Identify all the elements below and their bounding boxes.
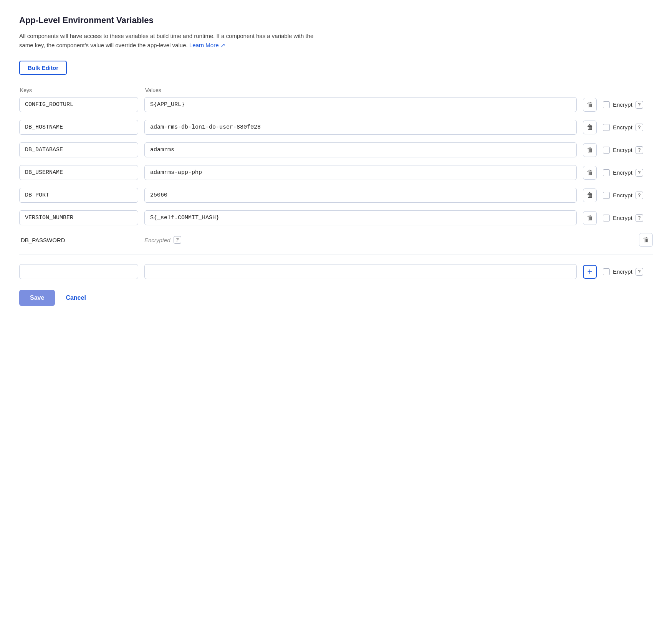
new-encrypt-wrap: Encrypt ? (603, 268, 653, 276)
encrypted-help-icon[interactable]: ? (174, 236, 181, 244)
footer-actions: Save Cancel (19, 290, 653, 306)
delete-button-1[interactable]: 🗑 (583, 98, 597, 112)
value-input-1[interactable] (144, 97, 577, 112)
encrypt-label-6: Encrypt (613, 215, 632, 221)
encrypt-help-icon-3[interactable]: ? (636, 146, 643, 154)
encrypted-key-label: DB_PASSWORD (19, 237, 138, 243)
delete-icon: 🗑 (643, 236, 649, 244)
encrypted-env-row: DB_PASSWORD Encrypted ? 🗑 (19, 233, 653, 247)
delete-button-3[interactable]: 🗑 (583, 143, 597, 157)
delete-button-4[interactable]: 🗑 (583, 166, 597, 180)
encrypt-checkbox-2[interactable] (603, 124, 610, 131)
env-row: 🗑 Encrypt ? (19, 188, 653, 203)
encrypt-help-icon-1[interactable]: ? (636, 101, 643, 109)
new-encrypt-help-icon[interactable]: ? (636, 268, 643, 276)
learn-more-link[interactable]: Learn More ↗ (189, 42, 225, 48)
new-key-input[interactable] (19, 264, 138, 279)
value-input-2[interactable] (144, 120, 577, 135)
add-icon: + (588, 267, 593, 277)
encrypt-label-5: Encrypt (613, 192, 632, 198)
column-headers: Keys Values (19, 87, 653, 93)
env-row: 🗑 Encrypt ? (19, 120, 653, 135)
new-env-row: + Encrypt ? (19, 264, 653, 279)
new-value-input[interactable] (144, 264, 577, 279)
bulk-editor-button[interactable]: Bulk Editor (19, 61, 67, 75)
page-description: All components will have access to these… (19, 31, 319, 50)
encrypt-help-icon-5[interactable]: ? (636, 192, 643, 199)
keys-column-header: Keys (20, 87, 139, 93)
encrypt-label-1: Encrypt (613, 101, 632, 108)
add-env-var-button[interactable]: + (583, 265, 597, 279)
delete-encrypted-button[interactable]: 🗑 (639, 233, 653, 247)
encrypt-checkbox-1[interactable] (603, 101, 610, 108)
encrypt-checkbox-5[interactable] (603, 192, 610, 199)
value-input-3[interactable] (144, 142, 577, 157)
delete-button-2[interactable]: 🗑 (583, 121, 597, 134)
encrypt-checkbox-3[interactable] (603, 147, 610, 154)
encrypt-wrap-5: Encrypt ? (603, 192, 653, 199)
values-column-header: Values (145, 87, 653, 93)
delete-icon: 🗑 (587, 214, 593, 222)
new-encrypt-label: Encrypt (613, 268, 632, 275)
encrypt-wrap-1: Encrypt ? (603, 101, 653, 109)
delete-icon: 🗑 (587, 124, 593, 131)
encrypt-label-2: Encrypt (613, 124, 632, 131)
env-row: 🗑 Encrypt ? (19, 97, 653, 112)
key-input-5[interactable] (19, 188, 138, 203)
delete-icon: 🗑 (587, 146, 593, 154)
key-input-6[interactable] (19, 210, 138, 225)
delete-icon: 🗑 (587, 192, 593, 199)
key-input-3[interactable] (19, 142, 138, 157)
value-input-4[interactable] (144, 165, 577, 180)
encrypt-wrap-2: Encrypt ? (603, 124, 653, 131)
encrypted-badge: Encrypted ? (144, 236, 633, 244)
delete-icon: 🗑 (587, 101, 593, 109)
delete-button-5[interactable]: 🗑 (583, 188, 597, 202)
key-input-2[interactable] (19, 120, 138, 135)
key-input-1[interactable] (19, 97, 138, 112)
encrypt-help-icon-6[interactable]: ? (636, 214, 643, 222)
env-row: 🗑 Encrypt ? (19, 165, 653, 180)
delete-icon: 🗑 (587, 169, 593, 177)
new-encrypt-checkbox[interactable] (603, 268, 610, 275)
env-row: 🗑 Encrypt ? (19, 142, 653, 157)
encrypt-help-icon-2[interactable]: ? (636, 124, 643, 131)
env-row: 🗑 Encrypt ? (19, 210, 653, 225)
encrypt-checkbox-6[interactable] (603, 215, 610, 221)
encrypt-help-icon-4[interactable]: ? (636, 169, 643, 177)
encrypt-wrap-3: Encrypt ? (603, 146, 653, 154)
save-button[interactable]: Save (19, 290, 55, 306)
cancel-button[interactable]: Cancel (63, 290, 89, 306)
encrypt-wrap-6: Encrypt ? (603, 214, 653, 222)
env-vars-list: 🗑 Encrypt ? 🗑 Encrypt ? 🗑 (19, 97, 653, 225)
encrypt-wrap-4: Encrypt ? (603, 169, 653, 177)
encrypt-label-3: Encrypt (613, 147, 632, 153)
key-input-4[interactable] (19, 165, 138, 180)
value-input-6[interactable] (144, 210, 577, 225)
encrypt-label-4: Encrypt (613, 169, 632, 176)
page-title: App-Level Environment Variables (19, 15, 653, 25)
delete-button-6[interactable]: 🗑 (583, 211, 597, 225)
encrypt-checkbox-4[interactable] (603, 169, 610, 176)
value-input-5[interactable] (144, 188, 577, 203)
section-divider (19, 255, 653, 255)
